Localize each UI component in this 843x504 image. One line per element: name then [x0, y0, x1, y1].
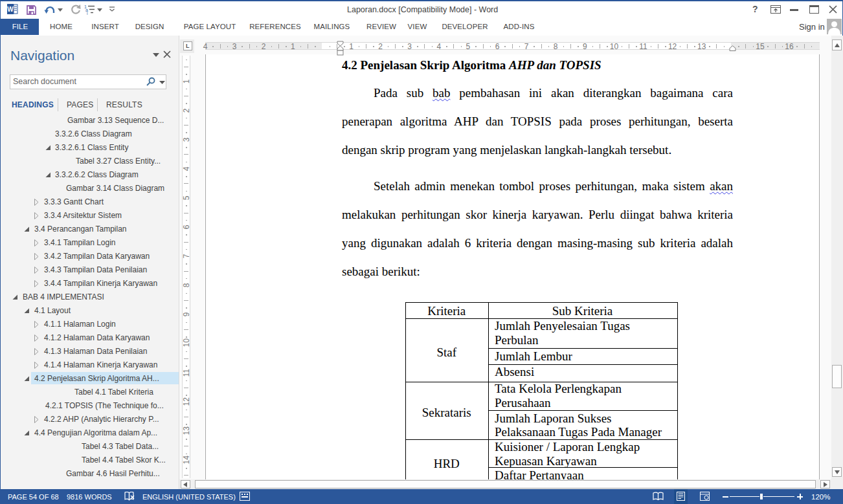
svg-text:W: W [7, 6, 14, 13]
